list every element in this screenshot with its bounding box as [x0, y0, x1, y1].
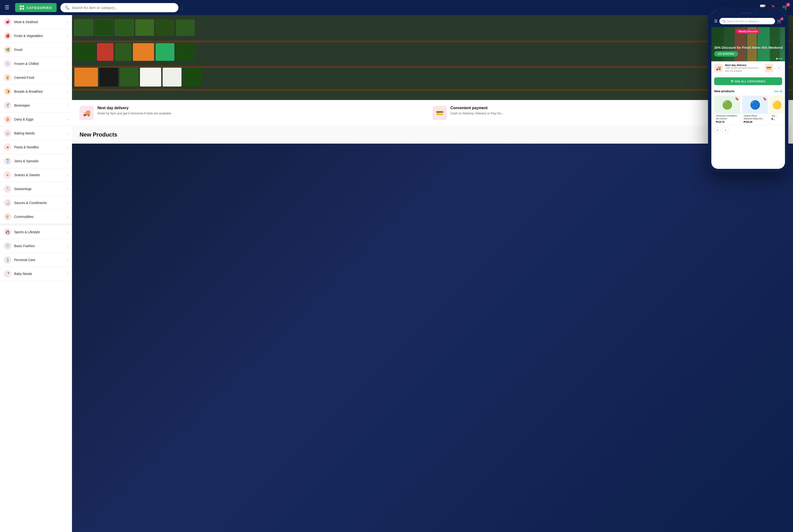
veggie-tray — [74, 43, 96, 61]
sidebar-icon-dairy-eggs: 🥚 — [4, 116, 11, 123]
sidebar-item-breads-breakfast[interactable]: 🍞 Breads & Breakfast › — [0, 85, 72, 99]
delivery-truck-icon: 🚚 — [79, 106, 94, 120]
phone-go-button[interactable]: GO SHOPING — [714, 51, 738, 57]
phone-cart-icon[interactable]: 🛒 4 — [777, 19, 782, 24]
sidebar-arrow-baby-needs: › — [67, 272, 68, 276]
sidebar-item-beverages[interactable]: 🥤 Beverages › — [0, 99, 72, 113]
cart-badge: 4 — [786, 3, 790, 7]
sidebar-label-baking-needs: Baking Needs — [14, 131, 64, 135]
phone-delivery-action[interactable]: › — [776, 65, 782, 72]
sidebar-label-fruits-vegetables: Fruits & Vegetables — [14, 34, 64, 38]
sidebar-item-commodities[interactable]: 🌾 Commodities › — [0, 210, 72, 224]
sidebar-item-sports-lifestyle[interactable]: ⚽ Sports & Lifestyle › — [0, 225, 72, 239]
phone-product-name-fitnesse: Virginia Elbow Macaroni 900g And ... — [742, 114, 768, 120]
delivery-card-nextday: 🚚 Next day delivery Order by 5pm and get… — [79, 106, 432, 120]
hero-banner: Weekly Discount 30% Item Lorem ipsum... … — [72, 15, 793, 100]
phone-bookmark-fitnesse[interactable]: 🔖 — [763, 97, 767, 101]
sidebar-item-personal-care[interactable]: 🧴 Personal Care › — [0, 253, 72, 267]
sidebar-icon-beverages: 🥤 — [4, 102, 11, 109]
phone-prev-arrow[interactable]: ‹ — [714, 127, 721, 133]
veggie-tray — [155, 43, 174, 61]
phone-product-card-partial: 🟡 Gia... ₱... — [770, 96, 784, 125]
sidebar: 🥩 Meat & Seafood › 🍎 Fruits & Vegetables… — [0, 15, 72, 532]
sidebar-item-canned-food[interactable]: 🥫 Canned Food › — [0, 71, 72, 85]
sidebar-item-baking-needs[interactable]: 🧁 Baking Needs › — [0, 127, 72, 140]
shelf-plank-3 — [72, 89, 793, 91]
sidebar-item-baby-needs[interactable]: 🍼 Baby Needs › — [0, 267, 72, 281]
phone-see-all-link[interactable]: See all — [774, 90, 782, 93]
sidebar-label-dairy-eggs: Dairy & Eggs — [14, 117, 64, 121]
sidebar-icon-meat-seafood: 🥩 — [4, 18, 11, 26]
search-input[interactable] — [72, 6, 174, 10]
veggie-row-2 — [72, 43, 793, 61]
veggie-tray — [97, 43, 113, 61]
sidebar-icon-fruits-vegetables: 🍎 — [4, 32, 11, 40]
sidebar-item-jams-spreads[interactable]: 🫙 Jams & Spreads › — [0, 154, 72, 168]
phone-search-bar[interactable]: 🔍 Search for item or category... — [719, 18, 775, 24]
sidebar-grocery-list: 🥩 Meat & Seafood › 🍎 Fruits & Vegetables… — [0, 15, 72, 224]
sidebar-label-personal-care: Personal Care — [14, 258, 64, 262]
sidebar-item-dairy-eggs[interactable]: 🥚 Dairy & Eggs › — [0, 113, 72, 127]
sidebar-icon-breads-breakfast: 🍞 — [4, 88, 11, 95]
sidebar-arrow-fruits-vegetables: › — [67, 34, 68, 38]
phone-dot-3 — [781, 58, 782, 59]
payment-icon: 💳 — [432, 106, 447, 120]
veggie-tray — [176, 19, 195, 36]
sidebar-arrow-baking-needs: › — [67, 131, 68, 135]
delivery-card-title: Next day delivery — [97, 106, 171, 110]
phone-payment-icon: 💳 — [765, 64, 773, 72]
phone-hero-badge: Weekly Discount — [736, 30, 760, 34]
phone-notch-bar — [740, 13, 752, 14]
sidebar-item-fruits-vegetables[interactable]: 🍎 Fruits & Vegetables › — [0, 29, 72, 43]
phone-cart-badge: 4 — [780, 17, 783, 20]
phone-carousel-dots — [776, 58, 782, 59]
sidebar-label-breads-breakfast: Breads & Breakfast — [14, 90, 64, 93]
sidebar-icon-pasta-noodles: 🍝 — [4, 144, 11, 151]
sidebar-icon-fresh: 🌿 — [4, 46, 11, 54]
phone-product-img-milo: 🟢 🔖 — [714, 96, 740, 114]
sidebar-arrow-meat-seafood: › — [67, 20, 68, 24]
phone-new-products-title: New products — [714, 89, 735, 93]
sidebar-label-sports-lifestyle: Sports & Lifestyle — [14, 230, 64, 234]
sidebar-icon-sports-lifestyle: ⚽ — [4, 228, 11, 236]
veggie-tray — [95, 19, 113, 36]
phone-bookmark-milo[interactable]: 🔖 — [735, 97, 739, 101]
sidebar-arrow-canned-food: › — [67, 76, 68, 79]
phone-products-row: 🟢 🔖 Christmas Foil Balloon Set Unicorn ₱… — [711, 94, 785, 127]
sidebar-arrow-basic-fashion: › — [67, 244, 68, 248]
hamburger-icon[interactable]: ☰ — [5, 4, 10, 11]
sidebar-item-basic-fashion[interactable]: 👕 Basic Fashion › — [0, 239, 72, 253]
sidebar-icon-canned-food: 🥫 — [4, 74, 11, 81]
sidebar-item-fresh[interactable]: 🌿 Fresh › — [0, 43, 72, 57]
sidebar-item-sauces-condiments[interactable]: 🍶 Sauces & Condiments › — [0, 196, 72, 210]
sidebar-icon-frozen-chilled: ❄️ — [4, 60, 11, 68]
phone-screen: ☰ 🔍 Search for item or category... 🛒 4 — [711, 11, 785, 169]
sidebar-icon-baby-needs: 🍼 — [4, 270, 11, 278]
phone-notch — [738, 11, 759, 16]
sidebar-label-fresh: Fresh — [14, 48, 64, 52]
sidebar-label-sauces-condiments: Sauces & Condiments — [14, 201, 64, 205]
sidebar-item-snacks-sweets[interactable]: 🍬 Snacks & Sweets › — [0, 168, 72, 182]
payment-card-title: Convenient payment — [450, 106, 504, 110]
veggie-tray — [74, 19, 93, 36]
phone-product-img-partial: 🟡 — [770, 96, 784, 114]
phone-product-name-partial: Gia... — [770, 114, 784, 117]
phone-hero-title: 30% Discount for Fresh Items this Weeken… — [714, 45, 783, 50]
phone-product-card-milo: 🟢 🔖 Christmas Foil Balloon Set Unicorn ₱… — [714, 96, 740, 125]
sidebar-item-frozen-chilled[interactable]: ❄️ Frozen & Chilled › — [0, 57, 72, 71]
sidebar-arrow-breads-breakfast: › — [67, 90, 68, 93]
categories-button[interactable]: CATEGORIES — [15, 3, 57, 12]
new-products-title: New Products — [79, 131, 786, 138]
sidebar-arrow-seasonings: › — [67, 187, 68, 191]
sidebar-item-pasta-noodles[interactable]: 🍝 Pasta & Noodles › — [0, 140, 72, 154]
phone-see-all-button[interactable]: ⊞ SEE ALL CATEGORIES — [714, 77, 782, 85]
phone-next-arrow[interactable]: › — [722, 127, 729, 133]
phone-product-price-fitnesse: ₱159.00 — [742, 120, 768, 125]
payment-card-text: Convenient payment Cash on Delivery, Del… — [450, 106, 504, 116]
sidebar-item-seasonings[interactable]: 🧂 Seasonings › — [0, 182, 72, 196]
sidebar-arrow-pasta-noodles: › — [67, 145, 68, 149]
sidebar-item-meat-seafood[interactable]: 🥩 Meat & Seafood › — [0, 15, 72, 29]
phone-hamburger-icon[interactable]: ☰ — [714, 19, 718, 23]
payment-card-desc: Cash on Delivery, Delivery or Pay On... — [450, 111, 504, 116]
sidebar-arrow-sports-lifestyle: › — [67, 230, 68, 234]
